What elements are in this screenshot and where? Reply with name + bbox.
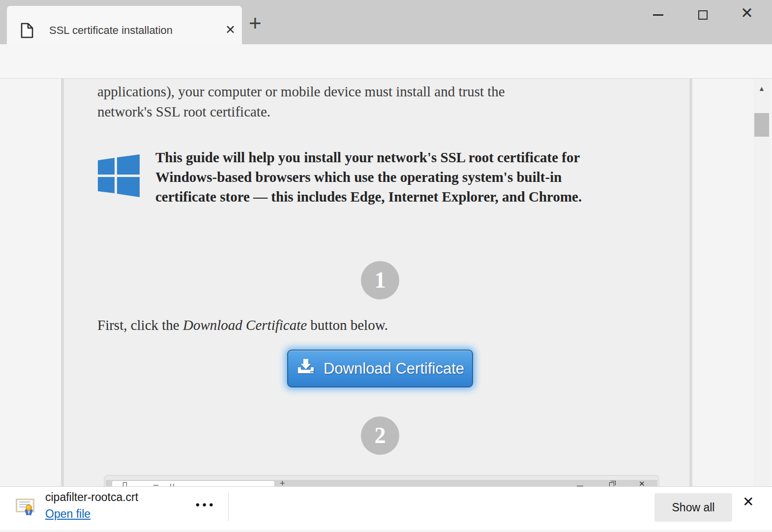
download-button-label: Download Certificate xyxy=(324,360,464,378)
tab-title: SSL certificate installation xyxy=(49,24,173,37)
page-document-icon xyxy=(21,23,33,40)
guide-line-2: Windows-based browsers which use the ope… xyxy=(155,167,667,187)
instruction-emphasis: Download Certificate xyxy=(183,317,307,333)
download-bar-separator xyxy=(228,493,229,521)
download-bar-close-button[interactable]: ✕ xyxy=(742,494,754,510)
screenshot-close-icon: ✕ xyxy=(639,479,645,487)
tab-close-icon[interactable]: ✕ xyxy=(225,23,236,37)
article-column: applications), your computer or mobile d… xyxy=(61,79,692,487)
windows-logo-icon xyxy=(96,153,141,200)
download-icon xyxy=(296,358,316,379)
screenshot-new-tab-icon: + xyxy=(280,478,285,487)
scrollbar-up-icon[interactable]: ▲ xyxy=(753,85,770,92)
guide-line-3: certificate store — this includes Edge, … xyxy=(155,187,667,207)
tab-ssl-certificate-installation[interactable]: SSL certificate installation ✕ xyxy=(7,6,242,44)
window-minimize-button[interactable] xyxy=(653,14,663,16)
browser-window: SSL certificate installation ✕ + ✕ ← → ↻… xyxy=(0,0,772,532)
page-scrollbar[interactable]: ▲ xyxy=(753,79,770,487)
scrollbar-thumb[interactable] xyxy=(754,113,769,137)
screenshot-text-mark xyxy=(153,485,158,486)
step-2-badge: 2 xyxy=(361,416,399,455)
step-1-badge: 1 xyxy=(361,261,399,299)
tab-strip: SSL certificate installation ✕ + ✕ xyxy=(0,0,772,44)
intro-line-2: network's SSL root certificate. xyxy=(97,102,638,122)
download-filename: cipafilter-rootca.crt xyxy=(45,491,138,504)
page-content-area: applications), your computer or mobile d… xyxy=(0,79,772,487)
step-1-instruction: First, click the Download Certificate bu… xyxy=(97,317,388,333)
certificate-file-icon xyxy=(16,499,35,516)
guide-line-1: This guide will help you install your ne… xyxy=(155,148,667,167)
browser-toolbar: ← → ↻ https://portal.cipafilter.com/ssl/… xyxy=(0,44,772,79)
download-certificate-button[interactable]: Download Certificate xyxy=(287,350,473,387)
show-all-button[interactable]: Show all xyxy=(654,493,732,522)
download-bar: cipafilter-rootca.crt Open file ••• Show… xyxy=(0,487,772,530)
intro-paragraph: applications), your computer or mobile d… xyxy=(97,82,638,122)
guide-paragraph: This guide will help you install your ne… xyxy=(155,148,667,207)
download-more-button[interactable]: ••• xyxy=(196,499,216,511)
window-maximize-button[interactable] xyxy=(698,10,708,20)
new-tab-button[interactable]: + xyxy=(249,11,262,35)
instruction-prefix: First, click the xyxy=(97,317,183,333)
open-file-link[interactable]: Open file xyxy=(45,507,90,521)
window-close-button[interactable]: ✕ xyxy=(741,4,753,22)
intro-line-1: applications), your computer or mobile d… xyxy=(97,82,638,102)
instruction-suffix: button below. xyxy=(307,317,388,333)
embedded-screenshot: + ✕ xyxy=(104,475,659,487)
